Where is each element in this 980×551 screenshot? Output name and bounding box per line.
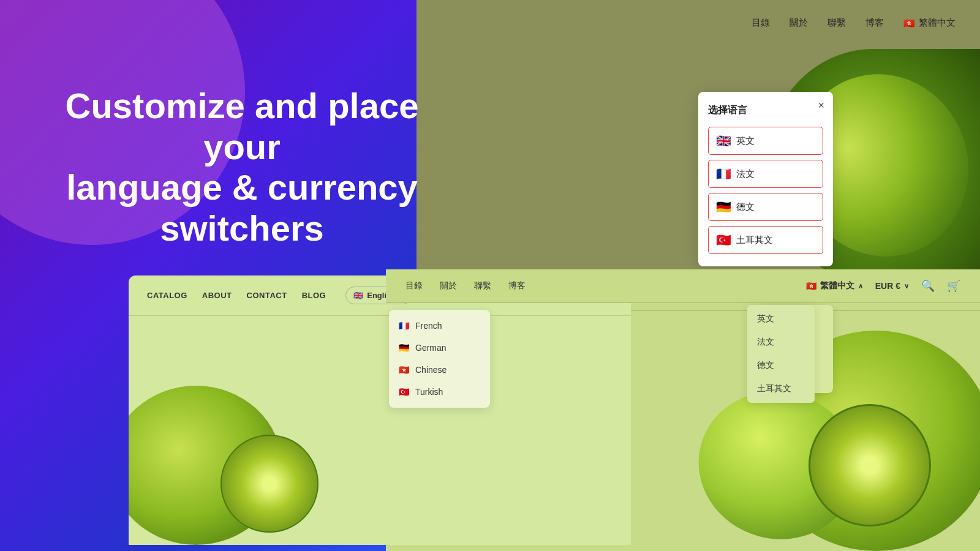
fr-flag-icon: 🇫🇷 <box>716 167 731 181</box>
zh-lang-dropdown: 英文 法文 德文 土耳其文 <box>747 305 815 403</box>
nav-item-catalog-zh[interactable]: 目錄 <box>752 17 770 29</box>
bottom-panels: CATALOG ABOUT CONTACT BLOG 🇬🇧 EN ∨ EUR €… <box>0 269 980 551</box>
uk-flag-icon: 🇬🇧 <box>716 133 731 148</box>
tr-flag-en-icon: 🇹🇷 <box>399 387 409 397</box>
zh-dd-english[interactable]: 英文 <box>747 307 815 331</box>
zh-nav-catalog[interactable]: 目錄 <box>405 280 423 291</box>
en-dd-turkish[interactable]: 🇹🇷 Turkish <box>389 381 490 403</box>
lang-button-zh-top[interactable]: 🇭🇰 繁體中文 <box>903 17 956 29</box>
modal-lang-english[interactable]: 🇬🇧 英文 <box>708 127 823 155</box>
bottom-left-panel: CATALOG ABOUT CONTACT BLOG 🇬🇧 English ∧ … <box>129 276 631 545</box>
uk-flag-en-icon: 🇬🇧 <box>353 291 363 300</box>
search-icon-zh[interactable]: 🔍 <box>921 279 935 293</box>
en-nav-about[interactable]: ABOUT <box>202 291 232 300</box>
en-nav-blog[interactable]: BLOG <box>302 291 326 300</box>
en-nav-contact[interactable]: CONTACT <box>247 291 287 300</box>
chevron-up-zh-icon: ∧ <box>858 282 863 290</box>
nav-item-about-zh[interactable]: 關於 <box>790 17 808 29</box>
fr-flag-en-icon: 🇫🇷 <box>399 321 409 331</box>
hk-flag-icon: 🇭🇰 <box>903 18 915 29</box>
modal-lang-german[interactable]: 🇩🇪 德文 <box>708 193 823 221</box>
nav-item-blog-zh[interactable]: 博客 <box>865 17 884 29</box>
hero-section: Customize and place your language & curr… <box>34 86 450 249</box>
modal-title: 选择语言 <box>708 104 823 117</box>
chevron-down-zh-currency-icon: ∨ <box>904 282 909 290</box>
en-lang-dropdown: 🇫🇷 French 🇩🇪 German 🇭🇰 Chinese 🇹🇷 Turkis… <box>389 310 490 408</box>
en-nav-catalog[interactable]: CATALOG <box>147 291 187 300</box>
de-flag-icon: 🇩🇪 <box>716 200 731 214</box>
de-flag-en-icon: 🇩🇪 <box>399 343 409 353</box>
en-dd-german[interactable]: 🇩🇪 German <box>389 337 490 359</box>
modal-lang-french[interactable]: 🇫🇷 法文 <box>708 160 823 188</box>
zh-dd-german[interactable]: 德文 <box>747 354 815 377</box>
zh-dd-french[interactable]: 法文 <box>747 331 815 354</box>
zh-dd-turkish[interactable]: 土耳其文 <box>747 377 815 400</box>
modal-close-button[interactable]: × <box>818 99 824 112</box>
hk-flag-en-icon: 🇭🇰 <box>399 365 409 375</box>
lime-decoration-bottom-left <box>129 337 331 545</box>
zh-nav-right-controls: 🇭🇰 繁體中文 ∧ EUR € ∨ 🔍 🛒 <box>806 279 960 293</box>
hk-flag-zh-icon: 🇭🇰 <box>806 281 816 291</box>
modal-lang-turkish[interactable]: 🇹🇷 土耳其文 <box>708 226 823 254</box>
nav-top-right: 目錄 關於 聯繫 博客 🇭🇰 繁體中文 <box>453 0 980 46</box>
zh-nav-about[interactable]: 關於 <box>440 280 457 291</box>
nav-item-contact-zh[interactable]: 聯繫 <box>827 17 846 29</box>
zh-nav-contact[interactable]: 聯繫 <box>474 280 491 291</box>
zh-lang-button[interactable]: 🇭🇰 繁體中文 ∧ <box>806 280 863 291</box>
en-dd-chinese[interactable]: 🇭🇰 Chinese <box>389 359 490 381</box>
zh-currency-button[interactable]: EUR € ∨ <box>875 281 909 291</box>
zh-nav-blog[interactable]: 博客 <box>508 280 526 291</box>
cart-icon-zh[interactable]: 🛒 <box>947 279 960 293</box>
right-chinese-nav: 目錄 關於 聯繫 博客 🇭🇰 繁體中文 ∧ EUR € ∨ 🔍 🛒 <box>386 269 980 303</box>
lime-bl-cut <box>221 435 318 533</box>
en-dd-french[interactable]: 🇫🇷 French <box>389 315 490 337</box>
tr-flag-icon: 🇹🇷 <box>716 233 731 247</box>
hero-title: Customize and place your language & curr… <box>34 86 450 249</box>
top-right-panel: 目錄 關於 聯繫 博客 🇭🇰 繁體中文 选择语言 × 🇬🇧 英文 🇫🇷 法文 🇩… <box>417 0 980 282</box>
language-modal: 选择语言 × 🇬🇧 英文 🇫🇷 法文 🇩🇪 德文 🇹🇷 土耳其文 <box>698 92 833 266</box>
